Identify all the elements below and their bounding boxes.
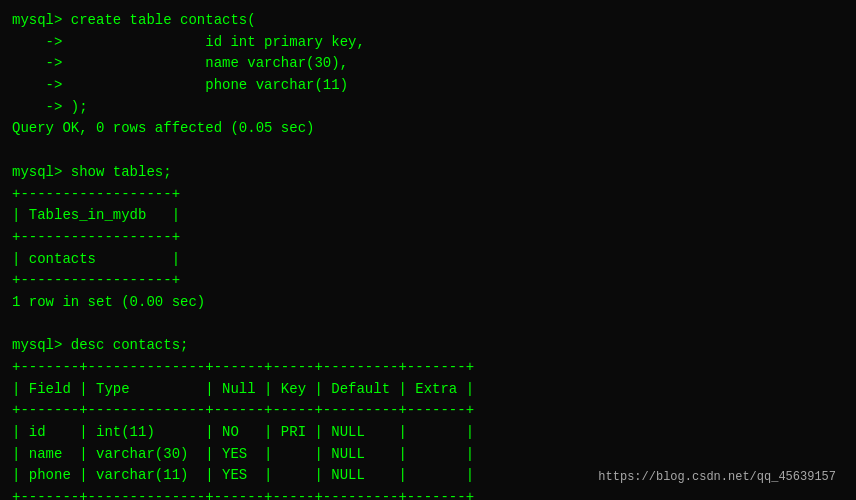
blank-line-1	[12, 140, 844, 162]
create-table-line3: -> phone varchar(11)	[12, 75, 844, 97]
desc-row-name: | name | varchar(30) | YES | | NULL | |	[12, 444, 844, 466]
create-table-line1: -> id int primary key,	[12, 32, 844, 54]
create-table-result: Query OK, 0 rows affected (0.05 sec)	[12, 118, 844, 140]
show-tables-border-bot: +------------------+	[12, 270, 844, 292]
desc-header: | Field | Type | Null | Key | Default | …	[12, 379, 844, 401]
blank-line-2	[12, 314, 844, 336]
create-table-line4: -> );	[12, 97, 844, 119]
watermark: https://blog.csdn.net/qq_45639157	[598, 470, 836, 484]
show-tables-row: | contacts |	[12, 249, 844, 271]
create-table-prompt: mysql> create table contacts(	[12, 10, 844, 32]
show-tables-prompt: mysql> show tables;	[12, 162, 844, 184]
show-tables-border-top: +------------------+	[12, 184, 844, 206]
desc-border-top: +-------+--------------+------+-----+---…	[12, 357, 844, 379]
desc-border-bot: +-------+--------------+------+-----+---…	[12, 487, 844, 500]
show-tables-result: 1 row in set (0.00 sec)	[12, 292, 844, 314]
terminal-window: mysql> create table contacts( -> id int …	[12, 10, 844, 490]
create-table-line2: -> name varchar(30),	[12, 53, 844, 75]
desc-row-id: | id | int(11) | NO | PRI | NULL | |	[12, 422, 844, 444]
show-tables-header: | Tables_in_mydb |	[12, 205, 844, 227]
desc-border-mid: +-------+--------------+------+-----+---…	[12, 400, 844, 422]
desc-prompt: mysql> desc contacts;	[12, 335, 844, 357]
show-tables-border-mid: +------------------+	[12, 227, 844, 249]
